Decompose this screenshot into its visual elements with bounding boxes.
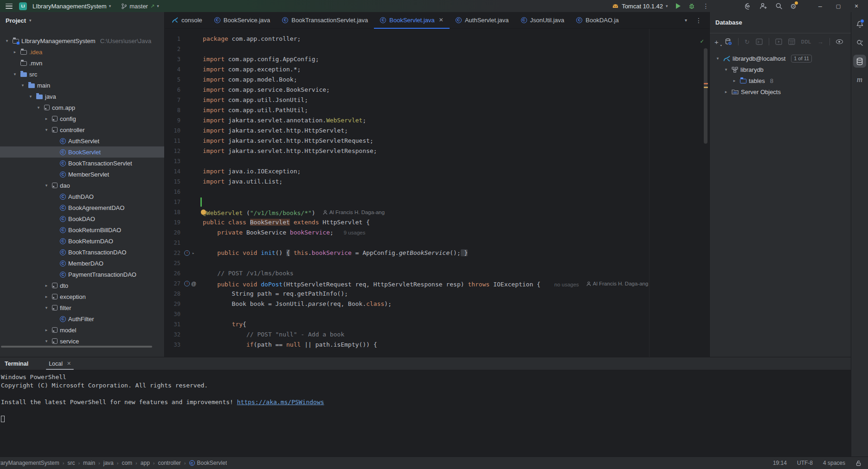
database-tool-button[interactable] — [853, 55, 866, 68]
tree-item-service[interactable]: ▾service — [0, 336, 164, 347]
db-tree-item-tables[interactable]: ▸tables8 — [710, 75, 851, 86]
run-script-button[interactable] — [775, 38, 782, 45]
usages-inlay-hint[interactable]: 9 usages — [344, 230, 366, 235]
code-with-me-button[interactable] — [759, 2, 767, 10]
code-line[interactable]: 25 — [165, 258, 709, 268]
tree-item-model[interactable]: ▸model — [0, 324, 164, 336]
tree-item-dto[interactable]: ▸dto — [0, 280, 164, 291]
terminal-output[interactable]: Windows PowerShellCopyright (C) Microsof… — [0, 370, 851, 423]
db-tree-item-Server Objects[interactable]: ▸Server Objects — [710, 86, 851, 97]
breadcrumb-item-BookServlet[interactable]: CBookServlet — [189, 460, 227, 466]
tree-item-BookReturnDAO[interactable]: CBookReturnDAO — [0, 235, 164, 247]
chevron-expanded-icon[interactable]: ▾ — [43, 127, 50, 132]
tree-item-AuthDAO[interactable]: CAuthDAO — [0, 191, 164, 202]
maven-tool-button[interactable]: m — [853, 73, 866, 86]
tree-item-exception[interactable]: ▸exception — [0, 291, 164, 302]
code-line[interactable]: 15import java.util.List; — [165, 177, 709, 187]
code-line[interactable]: 1package com.app.controller; — [165, 34, 709, 44]
code-line[interactable]: 19public class BookServlet extends HttpS… — [165, 217, 709, 228]
tree-item-MemberDAO[interactable]: CMemberDAO — [0, 258, 164, 269]
intention-bulb-icon[interactable] — [201, 209, 206, 215]
editor-tab-AuthServlet.java[interactable]: CAuthServlet.java — [450, 12, 515, 29]
tree-item-BookTransactionDAO[interactable]: CBookTransactionDAO — [0, 247, 164, 258]
code-line[interactable]: 32 // POST "null" - Add a book — [165, 330, 709, 340]
code-line[interactable]: 33 if(path == null || path.isEmpty()) { — [165, 340, 709, 350]
ddl-button[interactable]: DDL — [801, 39, 811, 44]
project-horizontal-scrollbar[interactable] — [1, 346, 152, 348]
hamburger-menu-icon[interactable] — [6, 4, 13, 9]
breadcrumb-item-main[interactable]: main — [83, 460, 95, 466]
maximize-button[interactable]: ▢ — [833, 3, 843, 9]
code-line[interactable]: 26 // POST /v1/lms/books — [165, 268, 709, 279]
code-line[interactable]: 29 Book book = JsonUtil.parse(req, Book.… — [165, 299, 709, 309]
db-tree-item-librarydb[interactable]: ▾librarydb — [710, 64, 851, 75]
code-line[interactable]: 20 private BookService bookService;9 usa… — [165, 228, 709, 238]
caret-position-widget[interactable]: 19:14 — [773, 460, 787, 466]
code-line[interactable]: 11import jakarta.servlet.http.HttpServle… — [165, 136, 709, 146]
indent-widget[interactable]: 4 spaces — [823, 460, 845, 466]
run-configuration-selector[interactable]: Tomcat 10.1.42 ▾ — [612, 3, 668, 10]
tree-item-controller[interactable]: ▾controller — [0, 124, 164, 135]
code-line[interactable]: 4import com.app.exception.*; — [165, 64, 709, 75]
terminal-tab-local[interactable]: Local ✕ — [44, 357, 76, 370]
breadcrumb-item-java[interactable]: java — [103, 460, 114, 466]
code-line[interactable]: 22↑▸ public void init() { this.bookServi… — [165, 248, 709, 258]
chevron-expanded-icon[interactable]: ▾ — [12, 72, 18, 76]
unlock-icon[interactable] — [855, 460, 862, 466]
code-line[interactable]: 17 — [165, 197, 709, 207]
chevron-expanded-icon[interactable]: ▾ — [723, 67, 729, 72]
query-console-button[interactable] — [756, 38, 763, 45]
minimize-button[interactable]: – — [815, 2, 825, 10]
chevron-collapsed-icon[interactable]: ▸ — [43, 328, 50, 332]
project-widget[interactable]: LI LIbraryManagementSystem ▾ — [19, 2, 111, 10]
tree-item-MemberServlet[interactable]: CMemberServlet — [0, 169, 164, 180]
tree-item-java[interactable]: ▾java — [0, 91, 164, 102]
debug-button[interactable] — [688, 3, 695, 9]
breadcrumb-item-com[interactable]: com — [122, 460, 132, 466]
run-button[interactable] — [676, 3, 681, 9]
override-method-icon[interactable]: ↑ — [184, 281, 190, 286]
tree-item-LIbraryManagementSystem[interactable]: ▾LIbraryManagementSystemC:\Users\user\Ja… — [0, 35, 164, 46]
chevron-collapsed-icon[interactable]: ▸ — [43, 116, 50, 121]
chevron-expanded-icon[interactable]: ▾ — [714, 56, 721, 61]
chevron-expanded-icon[interactable]: ▾ — [43, 339, 50, 343]
close-button[interactable]: × — [851, 2, 862, 10]
editor-tab-JsonUtil.java[interactable]: CJsonUtil.java — [515, 12, 571, 29]
chevron-collapsed-icon[interactable]: ▸ — [43, 283, 50, 288]
tab-options-button[interactable]: ⋮ — [695, 17, 702, 24]
code-line[interactable]: 14import java.io.IOException; — [165, 166, 709, 177]
code-line[interactable]: 27↑@ public void doPost(HttpServletReque… — [165, 279, 709, 289]
override-method-icon[interactable]: ↑ — [184, 250, 190, 256]
more-actions-button[interactable]: ⋮ — [703, 2, 709, 10]
chevron-collapsed-icon[interactable]: ▸ — [731, 78, 738, 83]
tree-item-com.app[interactable]: ▾com.app — [0, 102, 164, 113]
find-usages-tool-button[interactable] — [853, 36, 866, 49]
author-inlay-hint[interactable]: Al Francis H. Daga-ang — [323, 207, 385, 217]
tree-item-AuthFilter[interactable]: CAuthFilter — [0, 313, 164, 324]
author-inlay-hint[interactable]: Al Francis H. Daga-ang — [586, 279, 649, 289]
code-line[interactable]: 7import com.app.util.JsonUtil; — [165, 95, 709, 105]
editor-tab-BookServlet.java[interactable]: CBookServlet.java✕ — [374, 12, 450, 29]
code-line[interactable]: 30 — [165, 309, 709, 319]
project-panel-header[interactable]: Project ▾ — [0, 12, 164, 29]
code-line[interactable]: 10import jakarta.servlet.http.HttpServle… — [165, 126, 709, 136]
settings-button[interactable]: ⚙ — [791, 3, 797, 10]
view-options-button[interactable] — [836, 39, 843, 44]
code-line[interactable]: 21 — [165, 238, 709, 248]
jump-to-button[interactable]: → — [817, 38, 823, 45]
chevron-expanded-icon[interactable]: ▾ — [35, 105, 42, 110]
tree-item-filter[interactable]: ▾filter — [0, 302, 164, 313]
code-line[interactable]: 2 — [165, 44, 709, 54]
code-line[interactable]: 18@WebServlet ("/v1/lms/books/*")Al Fran… — [165, 207, 709, 217]
db-tree-item-librarydb@localhost[interactable]: ▾librarydb@localhost1 of 11 — [710, 53, 851, 64]
chevron-expanded-icon[interactable]: ▾ — [27, 94, 34, 99]
tree-item-BookAgreementDAO[interactable]: CBookAgreementDAO — [0, 202, 164, 213]
code-line[interactable]: 28 String path = req.getPathInfo(); — [165, 289, 709, 299]
chevron-collapsed-icon[interactable]: ▸ — [43, 294, 50, 299]
editor-tab-console[interactable]: console — [166, 12, 208, 29]
chevron-expanded-icon[interactable]: ▾ — [43, 305, 50, 310]
refresh-button[interactable]: ↻ — [745, 38, 750, 45]
usages-inlay-hint[interactable]: no usages — [554, 282, 579, 287]
breadcrumb-item-raryManagementSystem[interactable]: raryManagementSystem — [0, 460, 59, 466]
tree-item-AuthServlet[interactable]: CAuthServlet — [0, 135, 164, 146]
